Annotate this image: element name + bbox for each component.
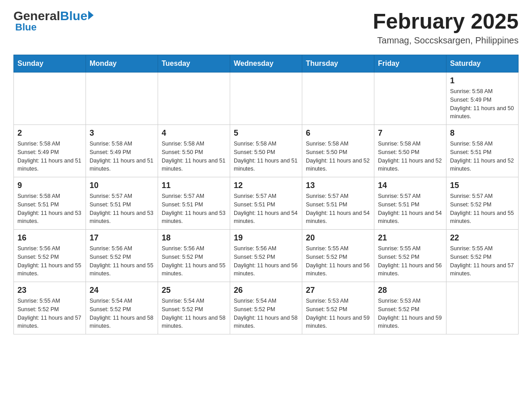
day-number: 14 [378, 181, 442, 190]
day-number: 8 [450, 128, 515, 138]
table-row: 25Sunrise: 5:54 AMSunset: 5:52 PMDayligh… [158, 282, 230, 334]
day-info: Sunrise: 5:58 AMSunset: 5:50 PMDaylight:… [306, 140, 370, 173]
table-row: 20Sunrise: 5:55 AMSunset: 5:52 PMDayligh… [302, 230, 374, 282]
day-number: 12 [234, 181, 298, 190]
day-number: 21 [378, 233, 442, 243]
day-info: Sunrise: 5:57 AMSunset: 5:51 PMDaylight:… [162, 192, 226, 226]
day-info: Sunrise: 5:55 AMSunset: 5:52 PMDaylight:… [17, 297, 82, 330]
table-row: 13Sunrise: 5:57 AMSunset: 5:51 PMDayligh… [302, 177, 374, 230]
day-info: Sunrise: 5:58 AMSunset: 5:50 PMDaylight:… [234, 140, 298, 173]
table-row [446, 282, 519, 334]
day-number: 15 [450, 181, 515, 190]
day-number: 18 [162, 233, 226, 243]
day-number: 19 [234, 233, 298, 243]
day-info: Sunrise: 5:57 AMSunset: 5:52 PMDaylight:… [450, 192, 515, 226]
day-number: 20 [306, 233, 370, 243]
table-row: 1Sunrise: 5:58 AMSunset: 5:49 PMDaylight… [446, 73, 519, 125]
day-info: Sunrise: 5:55 AMSunset: 5:52 PMDaylight:… [450, 244, 515, 278]
table-row: 16Sunrise: 5:56 AMSunset: 5:52 PMDayligh… [14, 230, 86, 282]
day-info: Sunrise: 5:57 AMSunset: 5:51 PMDaylight:… [234, 192, 298, 226]
table-row: 17Sunrise: 5:56 AMSunset: 5:52 PMDayligh… [86, 230, 158, 282]
day-number: 13 [306, 181, 370, 190]
table-row: 14Sunrise: 5:57 AMSunset: 5:51 PMDayligh… [374, 177, 446, 230]
table-row: 8Sunrise: 5:58 AMSunset: 5:51 PMDaylight… [446, 125, 519, 177]
day-number: 6 [306, 128, 370, 138]
day-info: Sunrise: 5:58 AMSunset: 5:51 PMDaylight:… [450, 140, 515, 173]
header-wednesday: Wednesday [230, 55, 302, 73]
table-row [158, 73, 230, 125]
logo: General Blue Blue [13, 9, 94, 33]
day-number: 2 [17, 128, 82, 138]
table-row: 6Sunrise: 5:58 AMSunset: 5:50 PMDaylight… [302, 125, 374, 177]
table-row: 18Sunrise: 5:56 AMSunset: 5:52 PMDayligh… [158, 230, 230, 282]
calendar-week-row: 16Sunrise: 5:56 AMSunset: 5:52 PMDayligh… [14, 230, 519, 282]
day-info: Sunrise: 5:54 AMSunset: 5:52 PMDaylight:… [234, 297, 298, 330]
calendar-subtitle: Tamnag, Soccsksargen, Philippines [373, 35, 519, 46]
day-number: 16 [17, 233, 82, 243]
day-number: 28 [378, 286, 442, 295]
table-row: 23Sunrise: 5:55 AMSunset: 5:52 PMDayligh… [14, 282, 86, 334]
day-info: Sunrise: 5:57 AMSunset: 5:51 PMDaylight:… [378, 192, 442, 226]
day-info: Sunrise: 5:58 AMSunset: 5:50 PMDaylight:… [378, 140, 442, 173]
day-number: 11 [162, 181, 226, 190]
day-number: 7 [378, 128, 442, 138]
day-number: 22 [450, 233, 515, 243]
day-number: 17 [90, 233, 154, 243]
day-number: 27 [306, 286, 370, 295]
day-number: 4 [162, 128, 226, 138]
day-number: 26 [234, 286, 298, 295]
header-thursday: Thursday [302, 55, 374, 73]
page-header: General Blue Blue February 2025 Tamnag, … [13, 9, 519, 46]
calendar-week-row: 2Sunrise: 5:58 AMSunset: 5:49 PMDaylight… [14, 125, 519, 177]
day-info: Sunrise: 5:58 AMSunset: 5:50 PMDaylight:… [162, 140, 226, 173]
table-row [302, 73, 374, 125]
day-info: Sunrise: 5:54 AMSunset: 5:52 PMDaylight:… [90, 297, 154, 330]
table-row: 24Sunrise: 5:54 AMSunset: 5:52 PMDayligh… [86, 282, 158, 334]
table-row: 28Sunrise: 5:53 AMSunset: 5:52 PMDayligh… [374, 282, 446, 334]
day-info: Sunrise: 5:55 AMSunset: 5:52 PMDaylight:… [378, 244, 442, 278]
day-number: 25 [162, 286, 226, 295]
table-row: 27Sunrise: 5:53 AMSunset: 5:52 PMDayligh… [302, 282, 374, 334]
table-row: 10Sunrise: 5:57 AMSunset: 5:51 PMDayligh… [86, 177, 158, 230]
title-block: February 2025 Tamnag, Soccsksargen, Phil… [373, 9, 519, 46]
day-info: Sunrise: 5:56 AMSunset: 5:52 PMDaylight:… [17, 244, 82, 278]
day-info: Sunrise: 5:57 AMSunset: 5:51 PMDaylight:… [306, 192, 370, 226]
day-info: Sunrise: 5:55 AMSunset: 5:52 PMDaylight:… [306, 244, 370, 278]
day-number: 5 [234, 128, 298, 138]
table-row: 4Sunrise: 5:58 AMSunset: 5:50 PMDaylight… [158, 125, 230, 177]
header-sunday: Sunday [14, 55, 86, 73]
calendar-header-row: Sunday Monday Tuesday Wednesday Thursday… [14, 55, 519, 73]
day-info: Sunrise: 5:56 AMSunset: 5:52 PMDaylight:… [90, 244, 154, 278]
table-row: 11Sunrise: 5:57 AMSunset: 5:51 PMDayligh… [158, 177, 230, 230]
day-info: Sunrise: 5:53 AMSunset: 5:52 PMDaylight:… [378, 297, 442, 330]
table-row: 21Sunrise: 5:55 AMSunset: 5:52 PMDayligh… [374, 230, 446, 282]
calendar-week-row: 9Sunrise: 5:58 AMSunset: 5:51 PMDaylight… [14, 177, 519, 230]
table-row: 7Sunrise: 5:58 AMSunset: 5:50 PMDaylight… [374, 125, 446, 177]
table-row: 9Sunrise: 5:58 AMSunset: 5:51 PMDaylight… [14, 177, 86, 230]
day-info: Sunrise: 5:58 AMSunset: 5:49 PMDaylight:… [450, 87, 515, 121]
table-row: 15Sunrise: 5:57 AMSunset: 5:52 PMDayligh… [446, 177, 519, 230]
day-info: Sunrise: 5:58 AMSunset: 5:49 PMDaylight:… [90, 140, 154, 173]
calendar-table: Sunday Monday Tuesday Wednesday Thursday… [13, 55, 519, 334]
day-number: 9 [17, 181, 82, 190]
day-info: Sunrise: 5:58 AMSunset: 5:49 PMDaylight:… [17, 140, 82, 173]
table-row: 2Sunrise: 5:58 AMSunset: 5:49 PMDaylight… [14, 125, 86, 177]
table-row: 19Sunrise: 5:56 AMSunset: 5:52 PMDayligh… [230, 230, 302, 282]
header-saturday: Saturday [446, 55, 519, 73]
day-info: Sunrise: 5:56 AMSunset: 5:52 PMDaylight:… [234, 244, 298, 278]
day-number: 23 [17, 286, 82, 295]
table-row: 22Sunrise: 5:55 AMSunset: 5:52 PMDayligh… [446, 230, 519, 282]
table-row: 12Sunrise: 5:57 AMSunset: 5:51 PMDayligh… [230, 177, 302, 230]
day-info: Sunrise: 5:54 AMSunset: 5:52 PMDaylight:… [162, 297, 226, 330]
day-info: Sunrise: 5:58 AMSunset: 5:51 PMDaylight:… [17, 192, 82, 226]
table-row [14, 73, 86, 125]
table-row [230, 73, 302, 125]
day-info: Sunrise: 5:53 AMSunset: 5:52 PMDaylight:… [306, 297, 370, 330]
table-row: 3Sunrise: 5:58 AMSunset: 5:49 PMDaylight… [86, 125, 158, 177]
day-info: Sunrise: 5:56 AMSunset: 5:52 PMDaylight:… [162, 244, 226, 278]
header-friday: Friday [374, 55, 446, 73]
header-tuesday: Tuesday [158, 55, 230, 73]
header-monday: Monday [86, 55, 158, 73]
table-row: 26Sunrise: 5:54 AMSunset: 5:52 PMDayligh… [230, 282, 302, 334]
logo-arrow-icon [88, 11, 94, 20]
